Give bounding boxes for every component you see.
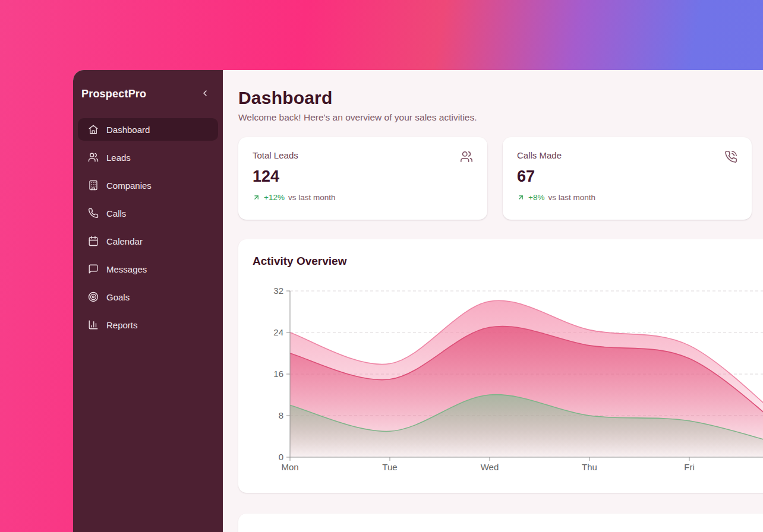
building-icon xyxy=(88,180,99,191)
stat-value: 124 xyxy=(253,167,473,186)
svg-text:32: 32 xyxy=(273,286,283,296)
svg-text:8: 8 xyxy=(279,410,283,420)
sidebar-item-leads[interactable]: Leads xyxy=(78,146,218,169)
page-subtitle: Welcome back! Here's an overview of your… xyxy=(238,112,763,123)
sidebar-nav: DashboardLeadsCompaniesCallsCalendarMess… xyxy=(78,118,218,336)
trending-up-icon xyxy=(253,194,260,201)
calendar-icon xyxy=(88,236,99,246)
phone-icon xyxy=(88,208,99,218)
sidebar-item-calendar[interactable]: Calendar xyxy=(78,230,218,252)
phone-call-icon xyxy=(724,150,737,163)
stat-trend: +8% vs last month xyxy=(517,193,737,202)
svg-text:Mon: Mon xyxy=(281,462,298,472)
sidebar-item-reports[interactable]: Reports xyxy=(78,314,218,336)
svg-text:Tue: Tue xyxy=(382,462,397,472)
stat-label: Calls Made xyxy=(517,150,562,160)
svg-text:0: 0 xyxy=(279,452,283,462)
sidebar-item-label: Calls xyxy=(106,208,126,218)
trend-value: +12% xyxy=(264,193,285,202)
main-content: Dashboard Welcome back! Here's an overvi… xyxy=(223,70,763,532)
activity-overview-card: Activity Overview 08162432MonTueWedThuFr… xyxy=(238,239,763,493)
svg-text:Fri: Fri xyxy=(684,462,695,472)
sidebar-header: ProspectPro xyxy=(78,70,218,118)
svg-text:24: 24 xyxy=(273,327,283,337)
svg-text:Wed: Wed xyxy=(481,462,499,472)
svg-text:Thu: Thu xyxy=(582,462,597,472)
sidebar: ProspectPro DashboardLeadsCompaniesCalls… xyxy=(73,70,223,532)
activity-chart: 08162432MonTueWedThuFriSat xyxy=(253,284,763,478)
sidebar-item-calls[interactable]: Calls xyxy=(78,202,218,224)
stats-row: Total Leads 124 +12% vs last month Calls… xyxy=(238,137,763,220)
stat-card-total-leads: Total Leads 124 +12% vs last month xyxy=(238,137,487,220)
chevron-left-icon xyxy=(200,88,210,100)
svg-text:16: 16 xyxy=(273,369,283,379)
bar-chart-icon xyxy=(88,319,99,330)
sidebar-item-label: Goals xyxy=(106,292,130,302)
sidebar-item-label: Reports xyxy=(106,320,138,330)
target-icon xyxy=(88,292,99,302)
trend-value: +8% xyxy=(528,193,544,202)
stat-card-calls-made: Calls Made 67 +8% vs last month xyxy=(503,137,752,220)
stat-card-top: Total Leads xyxy=(253,150,473,163)
app-window: ProspectPro DashboardLeadsCompaniesCalls… xyxy=(73,70,763,532)
sidebar-item-label: Calendar xyxy=(106,236,143,246)
users-icon xyxy=(88,152,99,163)
sidebar-item-companies[interactable]: Companies xyxy=(78,174,218,197)
sidebar-item-label: Dashboard xyxy=(106,125,150,135)
next-section-card xyxy=(238,514,763,532)
trending-up-icon xyxy=(517,194,525,201)
sidebar-item-messages[interactable]: Messages xyxy=(78,258,218,280)
sidebar-item-label: Companies xyxy=(106,180,152,191)
page-header: Dashboard Welcome back! Here's an overvi… xyxy=(238,88,763,123)
chart-title: Activity Overview xyxy=(253,255,763,268)
trend-suffix: vs last month xyxy=(288,193,336,202)
sidebar-collapse-button[interactable] xyxy=(199,88,211,100)
app-logo: ProspectPro xyxy=(81,88,146,100)
stat-value: 67 xyxy=(517,167,737,186)
area-chart-svg: 08162432MonTueWedThuFriSat xyxy=(253,284,763,476)
sidebar-item-label: Leads xyxy=(106,153,131,163)
stat-label: Total Leads xyxy=(253,150,298,160)
sidebar-item-goals[interactable]: Goals xyxy=(78,286,218,308)
sidebar-item-dashboard[interactable]: Dashboard xyxy=(78,118,218,141)
users-icon xyxy=(460,150,473,163)
sidebar-item-label: Messages xyxy=(106,264,147,274)
message-square-icon xyxy=(88,264,99,274)
house-icon xyxy=(88,124,99,135)
trend-suffix: vs last month xyxy=(548,193,595,202)
stat-card-top: Calls Made xyxy=(517,150,737,163)
page-title: Dashboard xyxy=(238,88,763,108)
stat-trend: +12% vs last month xyxy=(253,193,473,202)
